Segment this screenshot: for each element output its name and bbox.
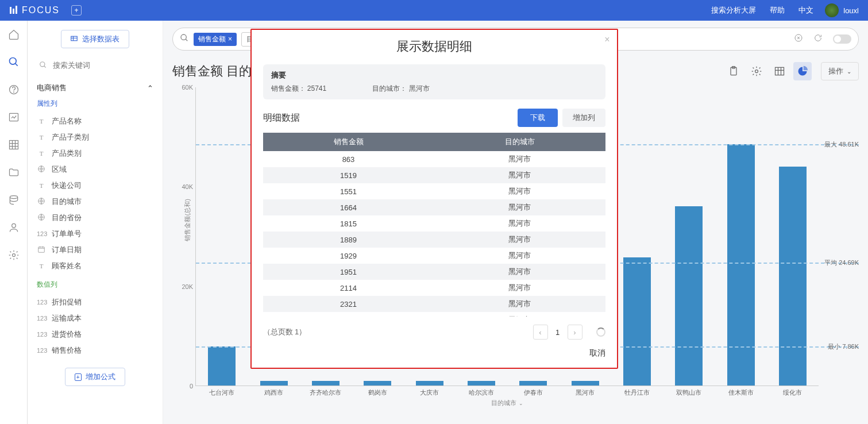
table-row[interactable]: 1929黑河市 (263, 248, 605, 264)
pager-next-button[interactable]: › (568, 325, 582, 340)
table-row[interactable]: 1951黑河市 (263, 264, 605, 280)
table-row[interactable]: 1664黑河市 (263, 199, 605, 215)
detail-table: 销售金额目的城市 863黑河市1519黑河市1551黑河市1664黑河市1815… (263, 133, 605, 317)
pager-current: 1 (550, 328, 565, 337)
modal-backdrop: × 展示数据明细 摘要 销售金额： 25741 目的城市： 黑河市 明细数据 下… (0, 0, 868, 424)
close-icon[interactable]: × (604, 34, 609, 45)
add-column-button[interactable]: 增加列 (562, 109, 605, 127)
table-row[interactable]: 1519黑河市 (263, 167, 605, 183)
modal-title: 展示数据明细 (263, 38, 605, 55)
download-button[interactable]: 下载 (518, 109, 558, 127)
pager-prev-button[interactable]: ‹ (533, 325, 548, 340)
detail-modal: × 展示数据明细 摘要 销售金额： 25741 目的城市： 黑河市 明细数据 下… (250, 29, 618, 369)
summary-box: 摘要 销售金额： 25741 目的城市： 黑河市 (263, 64, 605, 99)
table-row[interactable]: 1551黑河市 (263, 183, 605, 199)
table-header: 目的城市 (434, 133, 605, 151)
loading-spinner-icon (596, 327, 605, 337)
table-row[interactable]: 2321黑河市 (263, 296, 605, 312)
cancel-button[interactable]: 取消 (589, 348, 605, 359)
table-row[interactable]: 1815黑河市 (263, 215, 605, 232)
summary-title: 摘要 (271, 70, 597, 80)
table-header: 销售金额 (263, 133, 434, 151)
table-row[interactable]: 2114黑河市 (263, 280, 605, 296)
detail-title: 明细数据 (263, 112, 300, 124)
total-pages: （总页数 1） (263, 327, 307, 337)
table-row[interactable]: 1889黑河市 (263, 232, 605, 248)
table-row[interactable]: 863黑河市 (263, 151, 605, 167)
table-row[interactable]: 2468黑河市 (263, 312, 605, 317)
